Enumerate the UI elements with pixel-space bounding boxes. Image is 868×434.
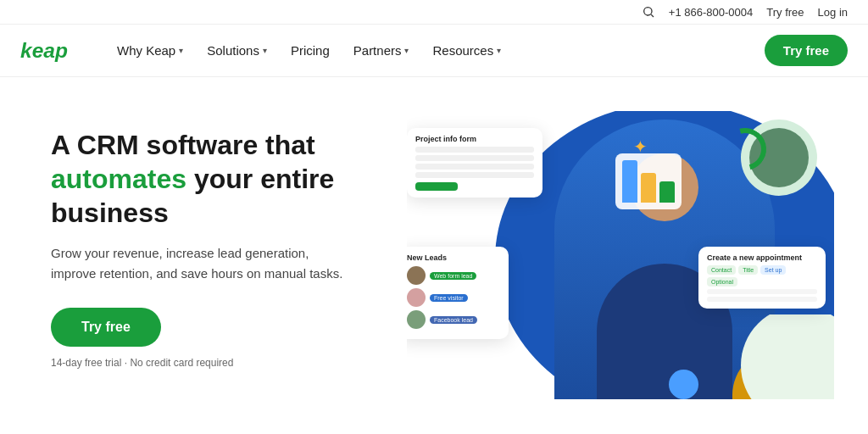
- phone-number[interactable]: +1 866-800-0004: [669, 6, 753, 19]
- appt-card-title: Create a new appointment: [707, 253, 817, 262]
- nav-item-solutions[interactable]: Solutions ▾: [197, 36, 277, 64]
- form-field: [415, 147, 534, 153]
- avatar: [407, 310, 426, 329]
- hero-illustration: ✦ Project info form New Leads Web form l…: [407, 111, 834, 399]
- list-item: Free visitor: [407, 288, 500, 307]
- bar-chart: [615, 153, 682, 209]
- chevron-down-icon: ▾: [179, 46, 183, 55]
- nav-item-partners[interactable]: Partners ▾: [343, 36, 420, 64]
- svg-text:keap: keap: [20, 38, 68, 61]
- hero-person-secondary: [724, 314, 834, 399]
- navbar: keap Why Keap ▾ Solutions ▾ Pricing Part…: [0, 25, 868, 77]
- login-link[interactable]: Try free: [766, 6, 804, 19]
- appt-chip: Title: [738, 265, 758, 275]
- chart-bar-green: [659, 181, 675, 203]
- appt-row: Contact Title Set up: [707, 265, 817, 275]
- utility-bar: +1 866-800-0004 Try free Log in: [0, 0, 868, 25]
- form-card-title: Project info form: [415, 135, 534, 143]
- chart-bar-blue: [622, 160, 637, 203]
- lead-badge: Web form lead: [430, 272, 476, 280]
- form-field: [415, 155, 534, 161]
- hero-cta-button[interactable]: Try free: [51, 308, 161, 347]
- trial-note: 14-day free trial · No credit card requi…: [51, 357, 407, 369]
- lead-badge: Facebook lead: [430, 316, 477, 324]
- hero-section: A CRM software that automates your entir…: [0, 77, 868, 399]
- appt-row: Optional: [707, 277, 817, 287]
- list-item: Facebook lead: [407, 310, 500, 329]
- hero-subtext: Grow your revenue, increase lead generat…: [51, 243, 356, 284]
- hero-headline: A CRM software that automates your entir…: [51, 128, 407, 230]
- list-item: Web form lead: [407, 266, 500, 285]
- appt-input: [707, 297, 817, 302]
- blue-shape-decoration: [669, 370, 698, 399]
- form-field: [415, 164, 534, 170]
- appointment-card: Create a new appointment Contact Title S…: [698, 247, 826, 309]
- logo[interactable]: keap: [20, 36, 80, 66]
- leads-card: New Leads Web form lead Free visitor Fac…: [407, 247, 509, 339]
- nav-item-why-keap[interactable]: Why Keap ▾: [107, 36, 193, 64]
- hero-left: A CRM software that automates your entir…: [51, 111, 407, 369]
- appt-chip: Contact: [707, 265, 736, 275]
- search-icon[interactable]: [642, 5, 655, 19]
- nav-item-resources[interactable]: Resources ▾: [422, 36, 511, 64]
- nav-links: Why Keap ▾ Solutions ▾ Pricing Partners …: [107, 36, 765, 64]
- try-free-nav-button[interactable]: Try free: [765, 35, 848, 66]
- svg-point-0: [644, 8, 652, 15]
- leads-card-title: New Leads: [407, 253, 500, 262]
- form-field: [415, 172, 534, 178]
- form-card: Project info form: [407, 128, 542, 198]
- chevron-down-icon: ▾: [497, 46, 501, 55]
- avatar: [407, 288, 426, 307]
- sparkle-icon: ✦: [633, 136, 648, 157]
- chevron-down-icon: ▾: [263, 46, 267, 55]
- avatar: [407, 266, 426, 285]
- chart-bar-yellow: [641, 173, 656, 203]
- svg-line-1: [651, 14, 654, 17]
- person2-bg-circle: [741, 314, 834, 399]
- appt-chip: Optional: [707, 277, 737, 287]
- appt-chip: Set up: [760, 265, 786, 275]
- appt-input: [707, 289, 817, 294]
- form-submit-button: [415, 182, 458, 191]
- nav-item-pricing[interactable]: Pricing: [281, 36, 340, 64]
- chevron-down-icon: ▾: [404, 46, 409, 55]
- login-link[interactable]: Log in: [818, 6, 848, 19]
- lead-badge: Free visitor: [430, 294, 468, 302]
